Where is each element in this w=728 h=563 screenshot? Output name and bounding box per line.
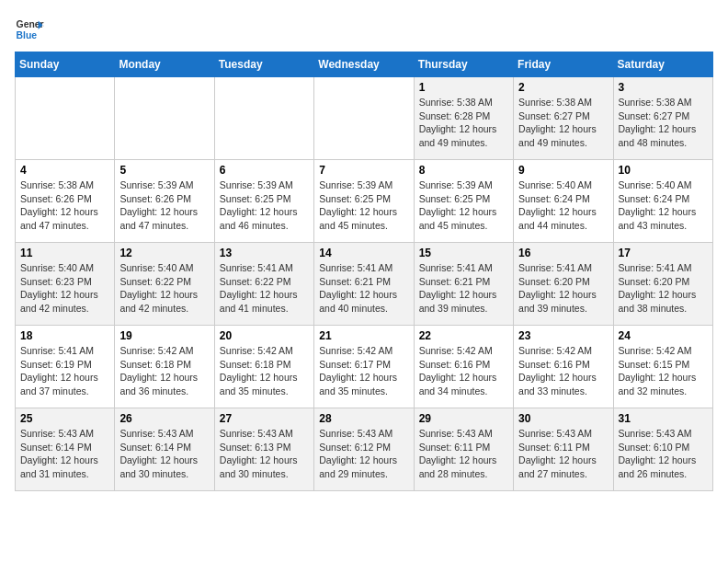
calendar-week-row: 11Sunrise: 5:40 AM Sunset: 6:23 PM Dayli… bbox=[16, 243, 713, 326]
day-number: 20 bbox=[220, 329, 309, 342]
day-number: 24 bbox=[619, 329, 708, 342]
calendar-cell: 3Sunrise: 5:38 AM Sunset: 6:27 PM Daylig… bbox=[613, 77, 712, 160]
calendar-cell: 27Sunrise: 5:43 AM Sunset: 6:13 PM Dayli… bbox=[214, 408, 313, 491]
calendar-cell: 7Sunrise: 5:39 AM Sunset: 6:25 PM Daylig… bbox=[314, 160, 414, 243]
day-content: Sunrise: 5:39 AM Sunset: 6:25 PM Dayligh… bbox=[220, 178, 309, 233]
day-number: 19 bbox=[119, 329, 209, 342]
day-content: Sunrise: 5:38 AM Sunset: 6:28 PM Dayligh… bbox=[419, 96, 508, 150]
day-content: Sunrise: 5:38 AM Sunset: 6:27 PM Dayligh… bbox=[619, 96, 708, 150]
day-number: 27 bbox=[220, 412, 309, 425]
day-content: Sunrise: 5:41 AM Sunset: 6:20 PM Dayligh… bbox=[619, 261, 708, 316]
day-content: Sunrise: 5:39 AM Sunset: 6:25 PM Dayligh… bbox=[319, 178, 408, 233]
day-number: 31 bbox=[619, 412, 708, 425]
calendar-cell: 9Sunrise: 5:40 AM Sunset: 6:24 PM Daylig… bbox=[514, 160, 613, 243]
day-content: Sunrise: 5:40 AM Sunset: 6:24 PM Dayligh… bbox=[619, 178, 708, 233]
day-content: Sunrise: 5:40 AM Sunset: 6:24 PM Dayligh… bbox=[518, 178, 608, 233]
calendar-header-row: SundayMondayTuesdayWednesdayThursdayFrid… bbox=[16, 52, 713, 77]
day-number: 16 bbox=[518, 247, 608, 259]
day-content: Sunrise: 5:42 AM Sunset: 6:16 PM Dayligh… bbox=[419, 344, 508, 398]
calendar-cell: 15Sunrise: 5:41 AM Sunset: 6:21 PM Dayli… bbox=[414, 243, 513, 326]
day-number: 18 bbox=[20, 329, 109, 342]
calendar-week-row: 25Sunrise: 5:43 AM Sunset: 6:14 PM Dayli… bbox=[16, 408, 713, 491]
calendar-cell: 14Sunrise: 5:41 AM Sunset: 6:21 PM Dayli… bbox=[314, 243, 414, 326]
day-content: Sunrise: 5:42 AM Sunset: 6:15 PM Dayligh… bbox=[619, 344, 708, 398]
calendar-cell: 28Sunrise: 5:43 AM Sunset: 6:12 PM Dayli… bbox=[314, 408, 414, 491]
day-content: Sunrise: 5:43 AM Sunset: 6:11 PM Dayligh… bbox=[518, 427, 608, 481]
day-content: Sunrise: 5:40 AM Sunset: 6:23 PM Dayligh… bbox=[20, 261, 109, 316]
day-number: 29 bbox=[419, 412, 508, 425]
calendar-table: SundayMondayTuesdayWednesdayThursdayFrid… bbox=[15, 52, 713, 491]
calendar-cell: 10Sunrise: 5:40 AM Sunset: 6:24 PM Dayli… bbox=[613, 160, 712, 243]
calendar-week-row: 4Sunrise: 5:38 AM Sunset: 6:26 PM Daylig… bbox=[16, 160, 713, 243]
day-content: Sunrise: 5:43 AM Sunset: 6:14 PM Dayligh… bbox=[119, 427, 209, 481]
calendar-cell bbox=[214, 77, 313, 160]
day-number: 10 bbox=[619, 164, 708, 177]
logo: General Blue bbox=[15, 15, 44, 44]
day-number: 23 bbox=[518, 329, 608, 342]
day-content: Sunrise: 5:43 AM Sunset: 6:10 PM Dayligh… bbox=[619, 427, 708, 481]
calendar-cell: 16Sunrise: 5:41 AM Sunset: 6:20 PM Dayli… bbox=[514, 243, 613, 326]
day-number: 15 bbox=[419, 247, 508, 259]
calendar-cell: 21Sunrise: 5:42 AM Sunset: 6:17 PM Dayli… bbox=[314, 326, 414, 408]
day-content: Sunrise: 5:43 AM Sunset: 6:14 PM Dayligh… bbox=[20, 427, 109, 481]
day-number: 13 bbox=[220, 247, 309, 259]
calendar-cell bbox=[314, 77, 414, 160]
day-content: Sunrise: 5:43 AM Sunset: 6:13 PM Dayligh… bbox=[220, 427, 309, 481]
day-number: 3 bbox=[619, 81, 708, 94]
day-number: 5 bbox=[119, 164, 209, 177]
calendar-cell bbox=[16, 77, 115, 160]
day-content: Sunrise: 5:41 AM Sunset: 6:21 PM Dayligh… bbox=[419, 261, 508, 316]
day-content: Sunrise: 5:42 AM Sunset: 6:16 PM Dayligh… bbox=[518, 344, 608, 398]
day-content: Sunrise: 5:42 AM Sunset: 6:18 PM Dayligh… bbox=[119, 344, 209, 398]
calendar-cell: 17Sunrise: 5:41 AM Sunset: 6:20 PM Dayli… bbox=[613, 243, 712, 326]
day-content: Sunrise: 5:43 AM Sunset: 6:11 PM Dayligh… bbox=[419, 427, 508, 481]
day-content: Sunrise: 5:39 AM Sunset: 6:25 PM Dayligh… bbox=[419, 178, 508, 233]
calendar-cell: 5Sunrise: 5:39 AM Sunset: 6:26 PM Daylig… bbox=[115, 160, 214, 243]
weekday-header-monday: Monday bbox=[115, 52, 214, 77]
day-number: 26 bbox=[119, 412, 209, 425]
day-number: 2 bbox=[518, 81, 608, 94]
day-content: Sunrise: 5:43 AM Sunset: 6:12 PM Dayligh… bbox=[319, 427, 408, 481]
weekday-header-friday: Friday bbox=[514, 52, 613, 77]
calendar-cell: 18Sunrise: 5:41 AM Sunset: 6:19 PM Dayli… bbox=[16, 326, 115, 408]
day-number: 8 bbox=[419, 164, 508, 177]
calendar-cell: 13Sunrise: 5:41 AM Sunset: 6:22 PM Dayli… bbox=[214, 243, 313, 326]
day-number: 22 bbox=[419, 329, 508, 342]
day-content: Sunrise: 5:41 AM Sunset: 6:21 PM Dayligh… bbox=[319, 261, 408, 316]
calendar-cell: 8Sunrise: 5:39 AM Sunset: 6:25 PM Daylig… bbox=[414, 160, 513, 243]
day-content: Sunrise: 5:41 AM Sunset: 6:20 PM Dayligh… bbox=[518, 261, 608, 316]
calendar-cell: 26Sunrise: 5:43 AM Sunset: 6:14 PM Dayli… bbox=[115, 408, 214, 491]
day-content: Sunrise: 5:41 AM Sunset: 6:19 PM Dayligh… bbox=[20, 344, 109, 398]
day-number: 1 bbox=[419, 81, 508, 94]
calendar-cell: 20Sunrise: 5:42 AM Sunset: 6:18 PM Dayli… bbox=[214, 326, 313, 408]
day-number: 17 bbox=[619, 247, 708, 259]
calendar-cell: 6Sunrise: 5:39 AM Sunset: 6:25 PM Daylig… bbox=[214, 160, 313, 243]
weekday-header-sunday: Sunday bbox=[16, 52, 115, 77]
calendar-cell: 25Sunrise: 5:43 AM Sunset: 6:14 PM Dayli… bbox=[16, 408, 115, 491]
calendar-cell: 12Sunrise: 5:40 AM Sunset: 6:22 PM Dayli… bbox=[115, 243, 214, 326]
weekday-header-tuesday: Tuesday bbox=[214, 52, 313, 77]
svg-text:Blue: Blue bbox=[17, 30, 38, 40]
calendar-cell: 1Sunrise: 5:38 AM Sunset: 6:28 PM Daylig… bbox=[414, 77, 513, 160]
calendar-cell: 2Sunrise: 5:38 AM Sunset: 6:27 PM Daylig… bbox=[514, 77, 613, 160]
day-number: 4 bbox=[20, 164, 109, 177]
day-content: Sunrise: 5:38 AM Sunset: 6:26 PM Dayligh… bbox=[20, 178, 109, 233]
page-header: General Blue bbox=[15, 15, 713, 44]
calendar-week-row: 1Sunrise: 5:38 AM Sunset: 6:28 PM Daylig… bbox=[16, 77, 713, 160]
weekday-header-thursday: Thursday bbox=[414, 52, 513, 77]
calendar-cell: 4Sunrise: 5:38 AM Sunset: 6:26 PM Daylig… bbox=[16, 160, 115, 243]
day-content: Sunrise: 5:42 AM Sunset: 6:18 PM Dayligh… bbox=[220, 344, 309, 398]
day-content: Sunrise: 5:39 AM Sunset: 6:26 PM Dayligh… bbox=[119, 178, 209, 233]
day-number: 11 bbox=[20, 247, 109, 259]
calendar-cell: 11Sunrise: 5:40 AM Sunset: 6:23 PM Dayli… bbox=[16, 243, 115, 326]
calendar-cell: 19Sunrise: 5:42 AM Sunset: 6:18 PM Dayli… bbox=[115, 326, 214, 408]
day-number: 14 bbox=[319, 247, 408, 259]
calendar-cell: 22Sunrise: 5:42 AM Sunset: 6:16 PM Dayli… bbox=[414, 326, 513, 408]
logo-icon: General Blue bbox=[15, 15, 44, 44]
day-number: 12 bbox=[119, 247, 209, 259]
calendar-cell: 29Sunrise: 5:43 AM Sunset: 6:11 PM Dayli… bbox=[414, 408, 513, 491]
day-number: 9 bbox=[518, 164, 608, 177]
day-number: 28 bbox=[319, 412, 408, 425]
calendar-week-row: 18Sunrise: 5:41 AM Sunset: 6:19 PM Dayli… bbox=[16, 326, 713, 408]
day-number: 25 bbox=[20, 412, 109, 425]
